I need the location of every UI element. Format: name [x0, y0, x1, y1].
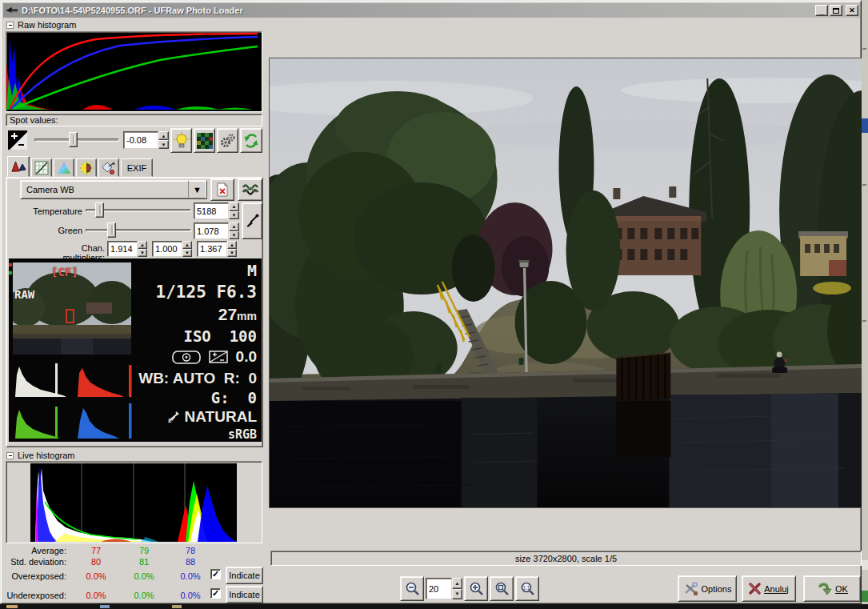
exposure-spinner[interactable]: ▲▼	[158, 131, 169, 149]
tab-exif[interactable]: EXIF	[121, 158, 153, 177]
spin-up-icon[interactable]: ▲	[229, 222, 239, 231]
desktop: D:\FOTO\14-54\P5240955.ORF - UFRaw Photo…	[0, 0, 868, 609]
overexposed-label: Overexposed:	[4, 571, 66, 581]
raw-histogram-expander[interactable]: Raw histogram	[6, 20, 76, 30]
spot-temperature-button[interactable]	[242, 202, 262, 239]
spin-down-icon[interactable]: ▼	[158, 140, 169, 149]
green-input[interactable]	[194, 223, 228, 238]
spin-down-icon[interactable]: ▼	[182, 249, 192, 257]
zoom-level-input[interactable]	[426, 579, 451, 599]
indicate-button-label: Indicate	[229, 590, 260, 599]
temperature-spinner[interactable]: ▲▼	[229, 202, 239, 219]
temperature-slider-handle[interactable]	[95, 202, 104, 218]
exposure-value-input[interactable]	[124, 132, 158, 148]
restore-details-button[interactable]	[217, 128, 238, 153]
zoom-100-button[interactable]: 1:1	[515, 576, 539, 601]
spin-down-icon[interactable]: ▼	[229, 231, 239, 240]
tab-base-curve[interactable]	[31, 158, 52, 177]
zoom-level-field[interactable]	[426, 578, 452, 599]
spot-wb-button[interactable]	[238, 178, 262, 201]
chevron-down-icon: ▼	[188, 181, 206, 198]
live-histogram-expander[interactable]: Live histogram	[6, 451, 75, 460]
background-fragment	[862, 591, 868, 602]
titlebar[interactable]: D:\FOTO\14-54\P5240955.ORF - UFRaw Photo…	[3, 3, 860, 18]
tab-color-correction[interactable]	[76, 158, 97, 177]
maximize-button[interactable]	[830, 5, 842, 16]
lcd-mini-histograms	[14, 360, 134, 439]
reset-exposure-button[interactable]	[240, 128, 262, 153]
close-button[interactable]: ✕	[846, 5, 858, 16]
af-point-icon	[66, 309, 74, 323]
auto-exposure-button[interactable]	[170, 128, 192, 153]
chan-mult-blue-spinner[interactable]: ▲▼	[227, 241, 237, 257]
image-preview[interactable]	[270, 58, 862, 507]
underexposed-indicate-button[interactable]: Indicate	[226, 586, 263, 603]
tab-white-balance[interactable]	[7, 156, 30, 177]
curve-grid-icon	[34, 161, 49, 175]
std-red: 80	[77, 557, 115, 567]
lcd-green-shift: G: 0	[211, 389, 257, 407]
reset-wb-button[interactable]	[210, 178, 234, 201]
chan-mult-red-spinner[interactable]: ▲▼	[138, 241, 147, 257]
average-green: 79	[125, 546, 163, 555]
green-slider[interactable]	[86, 229, 191, 232]
chan-mult-red-field[interactable]	[107, 241, 138, 257]
chan-mult-blue-input[interactable]	[198, 242, 226, 256]
green-slider-handle[interactable]	[107, 222, 116, 238]
live-histogram-curves	[30, 463, 237, 542]
exposure-value-field[interactable]	[123, 131, 158, 149]
chan-mult-red-input[interactable]	[108, 242, 137, 256]
chan-mult-blue-field[interactable]	[197, 241, 227, 257]
overexposed-indicate-checkbox[interactable]: ✓	[210, 569, 221, 579]
chan-mult-green-input[interactable]	[153, 242, 182, 256]
tab-color-management[interactable]	[54, 158, 74, 177]
wb-preset-dropdown[interactable]: Camera WB ▼	[20, 180, 207, 199]
exposure-slider-handle[interactable]	[69, 132, 78, 147]
spin-up-icon[interactable]: ▲	[229, 202, 239, 211]
underexposed-indicate-checkbox[interactable]: ✓	[210, 588, 221, 599]
overexposed-indicate-button[interactable]: Indicate	[226, 567, 263, 584]
green-spinner[interactable]: ▲▼	[229, 222, 239, 239]
lcd-shutter-aperture: 1/125 F6.3	[156, 282, 257, 302]
overexposed-green: 0.0%	[125, 571, 163, 581]
live-histogram-plot[interactable]	[30, 463, 237, 542]
zoom-fit-icon	[494, 581, 510, 596]
diamond-arrow-icon	[102, 161, 116, 175]
chan-mult-green-field[interactable]	[152, 241, 182, 257]
white-balance-icon	[10, 158, 26, 174]
spin-up-icon[interactable]: ▲	[182, 241, 192, 249]
zoom-out-icon	[405, 581, 420, 596]
check-icon: ✓	[212, 588, 219, 599]
tab-lightness-adjustments[interactable]	[98, 158, 119, 177]
zoom-fit-button[interactable]	[490, 576, 514, 601]
spin-up-icon[interactable]: ▲	[452, 578, 462, 589]
status-text: size 3720x2800, scale 1/5	[515, 554, 617, 563]
temperature-field[interactable]	[194, 202, 229, 219]
taskbar-sliver	[0, 604, 868, 609]
chan-mult-green-spinner[interactable]: ▲▼	[182, 241, 192, 257]
options-button[interactable]: Options	[678, 575, 737, 602]
spin-down-icon[interactable]: ▼	[452, 589, 462, 600]
unclip-highlights-button[interactable]	[194, 128, 215, 153]
close-icon: ✕	[849, 7, 855, 14]
spin-up-icon[interactable]: ▲	[227, 241, 237, 249]
spin-up-icon[interactable]: ▲	[138, 241, 147, 249]
raw-histogram-plot[interactable]	[6, 31, 262, 112]
temperature-input[interactable]	[194, 203, 228, 218]
spin-down-icon[interactable]: ▼	[229, 211, 239, 220]
spin-up-icon[interactable]: ▲	[158, 131, 169, 140]
spin-down-icon[interactable]: ▼	[138, 249, 147, 257]
ok-button[interactable]: OK	[803, 575, 861, 602]
green-field[interactable]	[194, 222, 229, 239]
ufraw-window: D:\FOTO\14-54\P5240955.ORF - UFRaw Photo…	[0, 0, 862, 604]
zoom-in-button[interactable]	[464, 576, 488, 601]
minimize-button[interactable]: _	[815, 5, 828, 16]
spin-down-icon[interactable]: ▼	[227, 249, 237, 257]
cancel-button[interactable]: Anuluj	[742, 575, 796, 602]
exposure-compensation-icon	[8, 130, 27, 150]
zoom-spinner[interactable]: ▲▼	[452, 578, 462, 599]
collapse-icon	[6, 22, 14, 29]
metering-icon	[172, 351, 201, 364]
zoom-out-button[interactable]	[400, 576, 424, 601]
lcd-mode: M	[247, 261, 257, 280]
